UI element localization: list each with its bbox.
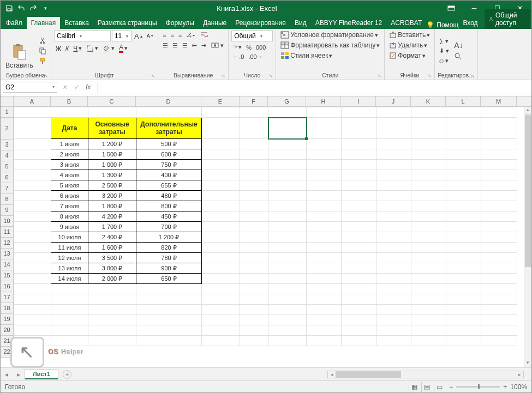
column-headers[interactable]: ABCDEFGHIJKLM: [14, 96, 531, 107]
cell-I14[interactable]: [342, 253, 376, 263]
cell-I1[interactable]: [342, 107, 376, 118]
col-header-H[interactable]: H: [306, 96, 341, 106]
cell-K6[interactable]: [411, 170, 446, 180]
cell-H12[interactable]: [307, 232, 342, 243]
cell-G1[interactable]: [268, 107, 307, 118]
fill-button[interactable]: ⬇ ▾: [438, 47, 451, 55]
cell-J12[interactable]: [376, 232, 411, 243]
cell-G7[interactable]: [268, 180, 307, 191]
vertical-scrollbar[interactable]: ▴ ▾: [524, 107, 531, 367]
cell-I16[interactable]: [342, 274, 376, 284]
cell-F11[interactable]: [240, 222, 268, 232]
cell-A22[interactable]: [14, 336, 51, 346]
row-header-19[interactable]: 19: [1, 314, 14, 325]
cell-L11[interactable]: [446, 222, 481, 232]
cell-B19[interactable]: [51, 305, 88, 315]
fill-color-button[interactable]: ▾: [101, 44, 116, 53]
cell-B21[interactable]: [51, 325, 88, 336]
cell-A2[interactable]: [14, 118, 51, 139]
cell-E17[interactable]: [202, 284, 240, 294]
cell-J5[interactable]: [376, 160, 411, 170]
row-header-4[interactable]: 4: [1, 150, 14, 161]
cell-C6[interactable]: 1 300 ₽: [88, 170, 136, 180]
sheet-nav-prev[interactable]: ◂: [1, 371, 13, 378]
cell-A14[interactable]: [14, 253, 51, 263]
cell-E20[interactable]: [202, 315, 240, 325]
cell-L18[interactable]: [446, 294, 481, 305]
cell-B12[interactable]: 10 июля: [51, 232, 88, 243]
cell-F13[interactable]: [240, 243, 268, 253]
cell-F3[interactable]: [240, 139, 268, 149]
cell-G13[interactable]: [268, 243, 307, 253]
cell-J2[interactable]: [376, 118, 411, 139]
row-header-13[interactable]: 13: [1, 249, 14, 259]
cell-C12[interactable]: 2 400 ₽: [88, 232, 136, 243]
cell-E22[interactable]: [202, 336, 240, 346]
row-header-3[interactable]: 3: [1, 140, 14, 150]
cell-E14[interactable]: [202, 253, 240, 263]
row-header-14[interactable]: 14: [1, 259, 14, 270]
cell-D6[interactable]: 400 ₽: [136, 170, 202, 180]
cell-C11[interactable]: 1 700 ₽: [88, 222, 136, 232]
cell-L3[interactable]: [446, 139, 481, 149]
cell-I13[interactable]: [342, 243, 376, 253]
cell-K10[interactable]: [411, 211, 446, 222]
cell-D1[interactable]: [136, 107, 202, 118]
sheet-nav-next[interactable]: ▸: [13, 371, 25, 378]
cell-L10[interactable]: [446, 211, 481, 222]
cell-F17[interactable]: [240, 284, 268, 294]
cell-E18[interactable]: [202, 294, 240, 305]
cell-F14[interactable]: [240, 253, 268, 263]
row-header-11[interactable]: 11: [1, 227, 14, 238]
cell-H16[interactable]: [307, 274, 342, 284]
new-sheet-button[interactable]: +: [63, 370, 71, 379]
cell-M12[interactable]: [481, 232, 517, 243]
cell-K4[interactable]: [411, 149, 446, 160]
cell-A21[interactable]: [14, 325, 51, 336]
cell-B14[interactable]: 12 июля: [51, 253, 88, 263]
cell-H19[interactable]: [307, 305, 342, 315]
cell-L19[interactable]: [446, 305, 481, 315]
cell-G2[interactable]: [268, 118, 307, 139]
col-header-F[interactable]: F: [240, 96, 268, 106]
col-header-L[interactable]: L: [446, 96, 481, 106]
cell-H17[interactable]: [307, 284, 342, 294]
cell-E9[interactable]: [202, 201, 240, 211]
cell-I11[interactable]: [342, 222, 376, 232]
orientation-button[interactable]: ⦨▾: [184, 31, 197, 39]
cell-E19[interactable]: [202, 305, 240, 315]
number-format-select[interactable]: Общий: [231, 31, 273, 41]
row-header-15[interactable]: 15: [1, 270, 14, 281]
cell-C3[interactable]: 1 200 ₽: [88, 139, 136, 149]
row-header-20[interactable]: 20: [1, 325, 14, 336]
cell-G14[interactable]: [268, 253, 307, 263]
cell-I3[interactable]: [342, 139, 376, 149]
cell-B3[interactable]: 1 июля: [51, 139, 88, 149]
row-header-6[interactable]: 6: [1, 172, 14, 183]
cell-K17[interactable]: [411, 284, 446, 294]
cell-D5[interactable]: 750 ₽: [136, 160, 202, 170]
cell-H1[interactable]: [307, 107, 342, 118]
cell-B5[interactable]: 3 июля: [51, 160, 88, 170]
cell-K13[interactable]: [411, 243, 446, 253]
decrease-font-button[interactable]: A▾: [145, 33, 156, 40]
col-header-I[interactable]: I: [341, 96, 376, 106]
tab-view[interactable]: Вид: [290, 17, 311, 29]
increase-indent-button[interactable]: ⇥: [200, 41, 208, 50]
cell-D20[interactable]: [136, 315, 202, 325]
col-header-D[interactable]: D: [136, 96, 201, 106]
formula-input[interactable]: [97, 82, 531, 93]
cell-styles-button[interactable]: Стили ячеек ▾: [279, 51, 334, 60]
sign-in[interactable]: Вход: [458, 17, 482, 29]
cell-J18[interactable]: [376, 294, 411, 305]
cell-B20[interactable]: [51, 315, 88, 325]
cell-D8[interactable]: 480 ₽: [136, 191, 202, 201]
cell-I15[interactable]: [342, 263, 376, 274]
view-normal-icon[interactable]: ▦: [409, 382, 420, 392]
cell-I4[interactable]: [342, 149, 376, 160]
cell-J15[interactable]: [376, 263, 411, 274]
cell-H7[interactable]: [307, 180, 342, 191]
cell-M17[interactable]: [481, 284, 517, 294]
cell-K16[interactable]: [411, 274, 446, 284]
cell-H11[interactable]: [307, 222, 342, 232]
